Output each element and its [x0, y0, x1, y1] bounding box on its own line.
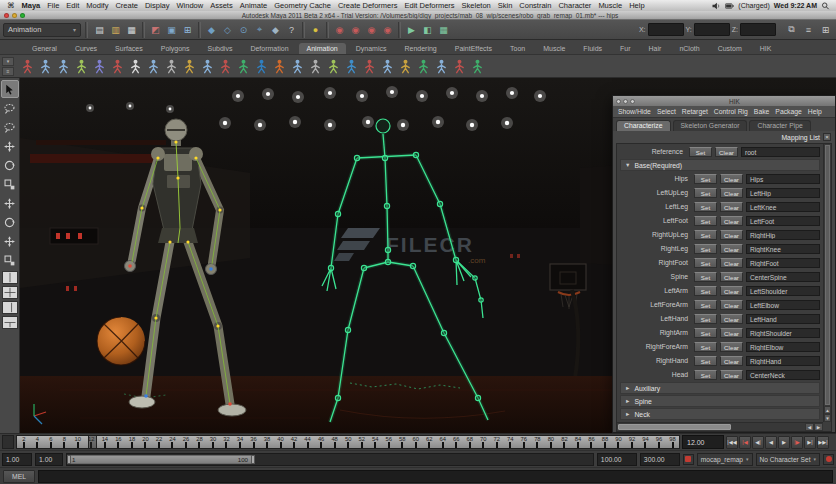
- volume-icon[interactable]: [712, 2, 721, 10]
- shelf-item-button[interactable]: [415, 58, 432, 75]
- output-connections-button[interactable]: ◉: [348, 22, 363, 37]
- hik-tab-character-pipe[interactable]: Character Pipe: [749, 120, 810, 131]
- menu-display[interactable]: Display: [144, 1, 171, 10]
- menu-create-deformers[interactable]: Create Deformers: [337, 1, 399, 10]
- universal-manipulator-tool[interactable]: [1, 194, 19, 212]
- clear-button[interactable]: Clear: [720, 370, 743, 380]
- rotate-tool[interactable]: [1, 156, 19, 174]
- menu-skin[interactable]: Skin: [497, 1, 514, 10]
- menu-skeleton[interactable]: Skeleton: [461, 1, 492, 10]
- select-component-button[interactable]: ⊞: [180, 22, 195, 37]
- render-settings-button[interactable]: ▦: [436, 22, 451, 37]
- clear-button[interactable]: Clear: [720, 202, 743, 212]
- shelf-item-button[interactable]: [433, 58, 450, 75]
- mapping-value-field[interactable]: LeftElbow: [746, 300, 820, 310]
- hik-minimize-button[interactable]: [623, 99, 628, 104]
- hscroll-thumb[interactable]: [618, 424, 731, 430]
- set-button[interactable]: Set: [694, 188, 717, 198]
- character-menu-dropdown[interactable]: mocap_remap ▾: [697, 453, 753, 466]
- shelf-item-button[interactable]: [451, 58, 468, 75]
- zoom-window-button[interactable]: [20, 13, 25, 18]
- hik-menu-help[interactable]: Help: [808, 108, 822, 115]
- hik-menu-select[interactable]: Select: [657, 108, 676, 115]
- scroll-right-icon[interactable]: ▶: [814, 423, 823, 431]
- go-to-end-button[interactable]: ▶▶|: [817, 436, 829, 449]
- coord-input-z[interactable]: [740, 23, 776, 36]
- snap-point-button[interactable]: ⊙: [236, 22, 251, 37]
- mapping-value-field[interactable]: LeftShoulder: [746, 286, 820, 296]
- step-forward-key-button[interactable]: ▶|: [804, 436, 816, 449]
- hik-tab-skeleton-generator[interactable]: Skeleton Generator: [673, 120, 748, 131]
- shelf-item-button[interactable]: [163, 58, 180, 75]
- menu-edit[interactable]: Edit: [65, 1, 80, 10]
- current-time-field[interactable]: 12.00: [682, 435, 724, 449]
- shelf-options-button[interactable]: ≡: [2, 67, 14, 76]
- range-end-handle[interactable]: [251, 455, 255, 464]
- snap-plane-button[interactable]: ⌖: [252, 22, 267, 37]
- auto-keyframe-toggle[interactable]: [683, 454, 694, 465]
- menu-animate[interactable]: Animate: [239, 1, 269, 10]
- mapping-value-field[interactable]: RightShoulder: [746, 328, 820, 338]
- shelf-item-button[interactable]: [127, 58, 144, 75]
- hik-menu-retarget[interactable]: Retarget: [682, 108, 708, 115]
- set-button[interactable]: Set: [694, 286, 717, 296]
- step-back-frame-button[interactable]: ◀|: [752, 436, 764, 449]
- coord-input-y[interactable]: [694, 23, 730, 36]
- mapping-value-field[interactable]: CenterNeck: [746, 370, 820, 380]
- mapping-value-field[interactable]: LeftHip: [746, 188, 820, 198]
- lock-button[interactable]: ●: [308, 22, 323, 37]
- menu-modify[interactable]: Modify: [85, 1, 109, 10]
- menu-constrain[interactable]: Constrain: [518, 1, 552, 10]
- shelf-item-button[interactable]: [91, 58, 108, 75]
- vscroll-thumb[interactable]: [825, 145, 830, 405]
- section-spine[interactable]: ►Spine: [620, 395, 820, 407]
- clear-button[interactable]: Clear: [720, 314, 743, 324]
- window-titlebar[interactable]: Autodesk Maya 2011 Beta 2 x64 - Trial Ve…: [0, 11, 836, 20]
- shelf-tab-hair[interactable]: Hair: [641, 43, 670, 54]
- shelf-tab-dynamics[interactable]: Dynamics: [348, 43, 395, 54]
- mapping-value-field[interactable]: LeftHand: [746, 314, 820, 324]
- mapping-list-close-icon[interactable]: ×: [823, 133, 831, 141]
- menu-window[interactable]: Window: [176, 1, 205, 10]
- shelf-tab-hik[interactable]: HIK: [752, 43, 780, 54]
- shelf-tab-deformation[interactable]: Deformation: [242, 43, 296, 54]
- set-button[interactable]: Set: [694, 314, 717, 324]
- record-button[interactable]: [823, 454, 834, 465]
- set-button[interactable]: Set: [694, 174, 717, 184]
- soft-modification-tool[interactable]: [1, 213, 19, 231]
- shelf-tab-ncloth[interactable]: nCloth: [671, 43, 707, 54]
- select-object-button[interactable]: ▣: [164, 22, 179, 37]
- paint-select-tool[interactable]: [1, 118, 19, 136]
- layer-editor-button[interactable]: ≡: [801, 22, 816, 37]
- set-button[interactable]: Set: [694, 342, 717, 352]
- shelf-item-button[interactable]: [109, 58, 126, 75]
- attribute-editor-button[interactable]: ⊞: [818, 22, 833, 37]
- shelf-tab-fluids[interactable]: Fluids: [575, 43, 610, 54]
- shelf-item-button[interactable]: [289, 58, 306, 75]
- help-line-button[interactable]: ?: [284, 22, 299, 37]
- show-manipulator-tool[interactable]: [1, 232, 19, 250]
- battery-icon[interactable]: [725, 2, 734, 10]
- menu-help[interactable]: Help: [628, 1, 645, 10]
- shelf-item-button[interactable]: [397, 58, 414, 75]
- mapping-value-field[interactable]: RightHip: [746, 230, 820, 240]
- play-backwards-button[interactable]: ◀: [765, 436, 777, 449]
- clear-button[interactable]: Clear: [720, 356, 743, 366]
- mapping-value-field[interactable]: root: [741, 147, 820, 157]
- shelf-item-button[interactable]: [235, 58, 252, 75]
- mapping-list-hscrollbar[interactable]: ◀ ▶: [617, 422, 823, 431]
- hik-tab-characterize[interactable]: Characterize: [616, 120, 671, 131]
- range-start-handle[interactable]: [67, 455, 71, 464]
- perspective-viewport[interactable]: FILECR .com: [20, 78, 836, 433]
- snap-grid-button[interactable]: ◆: [204, 22, 219, 37]
- shelf-tab-surfaces[interactable]: Surfaces: [107, 43, 151, 54]
- shelf-item-button[interactable]: [217, 58, 234, 75]
- hik-menu-show-hide[interactable]: Show/Hide: [618, 108, 651, 115]
- coord-input-x[interactable]: [648, 23, 684, 36]
- set-button[interactable]: Set: [694, 216, 717, 226]
- spotlight-search-icon[interactable]: [821, 2, 830, 10]
- move-tool[interactable]: [1, 137, 19, 155]
- select-tool[interactable]: [1, 80, 19, 98]
- current-frame-marker[interactable]: [88, 436, 97, 448]
- shelf-item-button[interactable]: [271, 58, 288, 75]
